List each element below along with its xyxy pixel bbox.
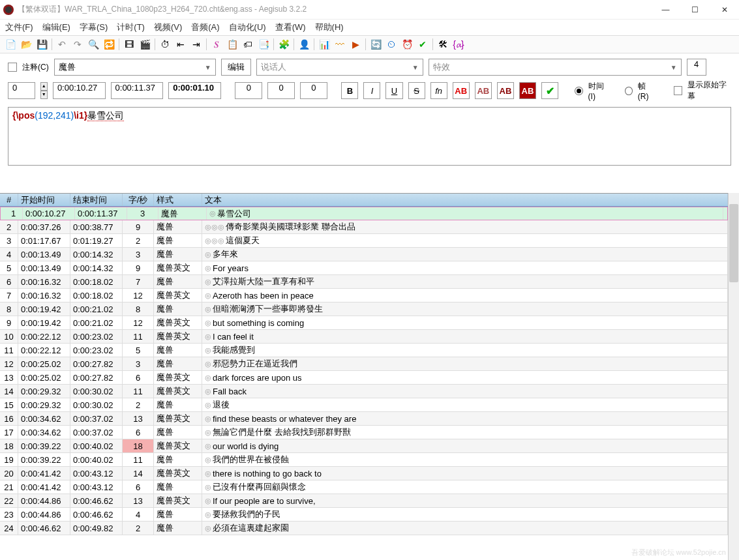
table-row[interactable]: 140:00:29.320:00:30.0211魔兽英文◎Fall back <box>0 385 728 398</box>
close-video-icon[interactable]: 🎬 <box>138 37 152 52</box>
bold-button[interactable]: B <box>341 82 358 99</box>
properties-icon[interactable]: 📑 <box>256 37 271 52</box>
frame-mode-radio[interactable] <box>625 87 633 95</box>
timing-postproc-icon[interactable]: ⏲ <box>384 37 399 52</box>
menu-edit[interactable]: 编辑(E) <box>42 22 70 33</box>
table-row[interactable]: 50:00:13.490:00:14.329魔兽英文◎For years <box>0 261 728 275</box>
menu-view[interactable]: 查看(W) <box>275 22 306 33</box>
comment-checkbox[interactable] <box>8 63 17 72</box>
font-button[interactable]: fn <box>430 82 447 99</box>
options-icon[interactable]: 🛠 <box>436 37 450 52</box>
attachments-icon[interactable]: 📋 <box>225 37 239 52</box>
col-start[interactable]: 开始时间 <box>18 194 70 206</box>
end-time-field[interactable]: 0:00:11.37 <box>111 82 164 99</box>
col-text[interactable]: 文本 <box>202 194 728 206</box>
underline-button[interactable]: U <box>385 82 402 99</box>
menu-audio[interactable]: 音频(A) <box>191 22 219 33</box>
minimize-button[interactable]: — <box>651 0 680 20</box>
save-icon[interactable]: 💾 <box>35 37 49 52</box>
tag-cycle-icon[interactable]: {𝓪} <box>451 37 466 52</box>
color3-button[interactable]: AB <box>497 82 514 99</box>
menu-file[interactable]: 文件(F) <box>5 22 33 33</box>
table-row[interactable]: 120:00:25.020:00:27.823魔兽◎邪惡勢力正在逼近我們 <box>0 357 728 371</box>
italic-button[interactable]: I <box>363 82 380 99</box>
table-row[interactable]: 170:00:34.620:00:37.026魔兽◎無論它們是什麼 去給我找到那… <box>0 426 728 439</box>
keyframe-icon[interactable]: ▶ <box>348 37 363 52</box>
margin-right-field[interactable]: 4 <box>687 59 706 76</box>
resample-icon[interactable]: 🔄 <box>369 37 383 52</box>
layer-field[interactable]: 0 <box>8 82 35 99</box>
table-row[interactable]: 200:00:41.420:00:43.1214魔兽英文◎there is no… <box>0 467 728 480</box>
color4-button[interactable]: AB <box>519 82 536 99</box>
commit-button[interactable]: ✔ <box>541 82 558 99</box>
table-row[interactable]: 20:00:37.260:00:38.779魔兽◎◎◎傳奇影業與美國環球影業 聯… <box>0 220 728 234</box>
table-row[interactable]: 220:00:44.860:00:46.6213魔兽英文◎If our peop… <box>0 494 728 508</box>
margin-l-field[interactable]: 0 <box>235 82 262 99</box>
menu-video[interactable]: 视频(V) <box>154 22 182 33</box>
table-row[interactable]: 210:00:41.420:00:43.126魔兽◎已沒有什麼再回顧與懷念 <box>0 480 728 494</box>
scrollbar-thumb[interactable] <box>729 204 738 282</box>
subtitle-grid[interactable]: # 开始时间 结束时间 字/秒 样式 文本 10:00:10.270:00:11… <box>0 193 728 560</box>
table-row[interactable]: 40:00:13.490:00:14.323魔兽◎多年來 <box>0 248 728 261</box>
table-row[interactable]: 30:01:17.670:01:19.272魔兽◎◎◎這個夏天 <box>0 234 728 248</box>
open-icon[interactable]: 📂 <box>19 37 33 52</box>
time-mode-radio[interactable] <box>575 87 582 95</box>
table-row[interactable]: 10:00:10.270:00:11.373魔兽◎暴雪公司 <box>0 207 728 220</box>
replace-icon[interactable]: 🔁 <box>102 37 116 52</box>
table-row[interactable]: 100:00:22.120:00:23.0211魔兽英文◎I can feel … <box>0 330 728 344</box>
subtitle-text-field[interactable]: {\pos(192,241)\i1}暴雪公司 <box>8 107 731 166</box>
col-num[interactable]: # <box>0 194 18 206</box>
col-end[interactable]: 结束时间 <box>70 194 123 206</box>
table-row[interactable]: 190:00:39.220:00:40.0211魔兽◎我們的世界在被侵蝕 <box>0 453 728 467</box>
waveform-icon[interactable]: 〰 <box>333 37 347 52</box>
styles-manager-icon[interactable]: 𝑺 <box>209 37 224 52</box>
spectrum-icon[interactable]: 📊 <box>317 37 331 52</box>
redo-icon[interactable]: ↷ <box>70 37 85 52</box>
kanji-timer-icon[interactable]: ⏰ <box>400 37 414 52</box>
assistant-icon[interactable]: 👤 <box>297 37 311 52</box>
shift-times-icon[interactable]: ⏱ <box>158 37 172 52</box>
margin-r-field[interactable]: 0 <box>267 82 295 99</box>
close-button[interactable]: ✕ <box>710 0 739 20</box>
strike-button[interactable]: S <box>408 82 425 99</box>
style-dropdown[interactable]: 魔兽 ▼ <box>54 59 216 76</box>
table-row[interactable]: 60:00:16.320:00:18.027魔兽◎艾澤拉斯大陸一直享有和平 <box>0 275 728 289</box>
start-time-field[interactable]: 0:00:10.27 <box>53 82 106 99</box>
maximize-button[interactable]: ☐ <box>680 0 710 20</box>
spellcheck-icon[interactable]: ✔ <box>415 37 430 52</box>
table-row[interactable]: 80:00:19.420:00:21.028魔兽◎但暗潮洶湧下一些事即將發生 <box>0 302 728 316</box>
open-video-icon[interactable]: 🎞 <box>122 37 136 52</box>
table-row[interactable]: 70:00:16.320:00:18.0212魔兽英文◎Azeroth has … <box>0 289 728 302</box>
color2-button[interactable]: AB <box>475 82 492 99</box>
color1-button[interactable]: AB <box>453 82 470 99</box>
table-row[interactable]: 180:00:39.220:00:40.0218魔兽英文◎our world i… <box>0 439 728 453</box>
layer-spinner[interactable]: ▲▼ <box>40 82 48 99</box>
table-row[interactable]: 240:00:46.620:00:49.822魔兽◎必須在這裏建起家園 <box>0 522 728 535</box>
table-row[interactable]: 160:00:34.620:00:37.0213魔兽英文◎find these … <box>0 412 728 426</box>
undo-icon[interactable]: ↶ <box>55 37 69 52</box>
snap-start-icon[interactable]: ⇤ <box>173 37 188 52</box>
col-style[interactable]: 样式 <box>154 194 202 206</box>
snap-end-icon[interactable]: ⇥ <box>189 37 204 52</box>
effect-dropdown[interactable]: 特效 ▼ <box>429 59 682 76</box>
duration-field[interactable]: 0:00:01.10 <box>168 82 221 99</box>
table-row[interactable]: 110:00:22.120:00:23.025魔兽◎我能感覺到 <box>0 344 728 357</box>
margin-v-field[interactable]: 0 <box>300 82 327 99</box>
find-icon[interactable]: 🔍 <box>86 37 100 52</box>
menu-subtitle[interactable]: 字幕(S) <box>80 22 108 33</box>
menu-help[interactable]: 帮助(H) <box>315 22 344 33</box>
table-row[interactable]: 230:00:44.860:00:46.624魔兽◎要拯救我們的子民 <box>0 508 728 522</box>
new-icon[interactable]: 📄 <box>3 37 18 52</box>
col-cps[interactable]: 字/秒 <box>123 194 154 206</box>
menu-automation[interactable]: 自动化(U) <box>229 22 266 33</box>
menu-timing[interactable]: 计时(T) <box>117 22 145 33</box>
vertical-scrollbar[interactable] <box>728 193 739 560</box>
actor-dropdown[interactable]: 说话人 ▼ <box>256 59 423 76</box>
edit-style-button[interactable]: 编辑 <box>221 59 251 76</box>
show-original-checkbox[interactable] <box>674 86 682 95</box>
table-row[interactable]: 150:00:29.320:00:30.022魔兽◎退後 <box>0 398 728 412</box>
fonts-collector-icon[interactable]: 🏷 <box>241 37 255 52</box>
table-row[interactable]: 130:00:25.020:00:27.826魔兽英文◎dark forces … <box>0 371 728 385</box>
automation-icon[interactable]: 🧩 <box>277 37 291 52</box>
table-row[interactable]: 90:00:19.420:00:21.0212魔兽英文◎but somethin… <box>0 316 728 330</box>
